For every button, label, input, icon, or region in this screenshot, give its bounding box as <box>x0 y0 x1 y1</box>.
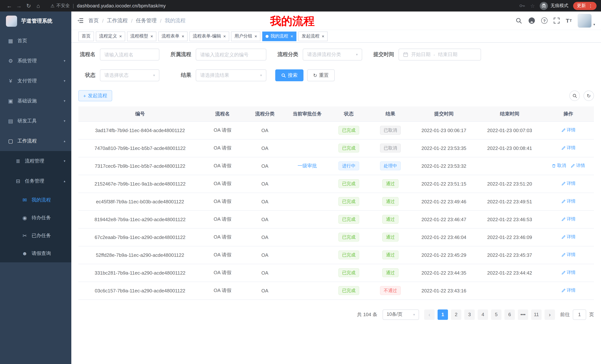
sidebar-item[interactable]: ✂ 已办任务 <box>0 227 71 245</box>
category-select[interactable]: 请选择流程分类 ▾ <box>303 49 362 60</box>
page-size-select[interactable]: 10条/页 ▾ <box>383 309 419 320</box>
search-button[interactable]: 搜索 <box>275 69 303 81</box>
detail-link[interactable]: 详情 <box>561 198 576 205</box>
show-search-toggle-button[interactable] <box>570 91 580 101</box>
browser-update-button[interactable]: 更新 ⋮ <box>573 2 597 10</box>
view-tab[interactable]: 流程表单 × <box>158 31 188 41</box>
user-menu[interactable]: ▾ <box>578 14 595 28</box>
prev-page-button[interactable]: ‹ <box>424 309 435 320</box>
sidebar-item[interactable]: ▢ 工作流程 ▴ <box>0 131 71 151</box>
detail-link[interactable]: 详情 <box>561 145 576 151</box>
close-tab-icon[interactable]: × <box>223 34 226 38</box>
detail-link[interactable]: 详情 <box>561 127 576 133</box>
date-range-picker[interactable]: 开始日期 - 结束日期 <box>399 49 481 60</box>
detail-link[interactable]: 详情 <box>561 216 576 222</box>
process-name-input[interactable] <box>100 49 159 60</box>
detail-link[interactable]: 详情 <box>561 234 576 240</box>
sidebar-item[interactable]: ▦ 首页 <box>0 31 71 51</box>
search-icon[interactable] <box>516 17 522 24</box>
help-icon[interactable]: ? <box>541 18 548 24</box>
status-select[interactable]: 请选择状态 ▾ <box>100 69 159 81</box>
sidebar-item[interactable]: ✉ 我的流程 <box>0 191 71 209</box>
refresh-table-button[interactable]: ↻ <box>583 91 594 101</box>
close-tab-icon[interactable]: × <box>290 34 293 38</box>
cell-operations: 取消 详情 <box>543 228 594 246</box>
view-tab[interactable]: 用户分组 × <box>231 31 260 41</box>
tab-label: 流程定义 <box>99 33 117 39</box>
security-warning[interactable]: ⚠ 不安全 <box>50 3 70 9</box>
process-id-input[interactable] <box>196 49 266 60</box>
jump-page-input[interactable] <box>573 309 586 320</box>
page-button[interactable]: 6 <box>504 309 515 320</box>
view-tab[interactable]: 流程定义 × <box>96 31 125 41</box>
view-tab[interactable]: 我的流程 × <box>262 31 296 41</box>
user-avatar-image[interactable] <box>578 14 592 28</box>
detail-link[interactable]: 详情 <box>571 163 585 169</box>
key-icon[interactable] <box>519 3 525 9</box>
page-button[interactable]: 4 <box>478 309 488 320</box>
process-id-label: 所属流程 <box>168 51 191 58</box>
close-tab-icon[interactable]: × <box>322 34 324 38</box>
font-size-icon[interactable]: TT <box>566 18 572 24</box>
app-shell: 芋道管理系统 ▦ 首页 ⚙ 系统管理 ▾ <box>0 11 601 364</box>
view-tab[interactable]: 流程模型 × <box>127 31 156 41</box>
sidebar-item[interactable]: ▣ 基础设施 ▾ <box>0 91 71 111</box>
view-tab[interactable]: 流程表单-编辑 × <box>190 31 229 41</box>
edit-icon <box>561 199 566 204</box>
sidebar-item[interactable]: ⊟ 任务管理 ▴ <box>0 171 71 191</box>
sidebar-item[interactable]: ☻ 请假查询 <box>0 245 71 262</box>
breadcrumb-link[interactable]: 首页 <box>88 17 99 24</box>
page-url[interactable]: dashboard.yudao.iocoder.cn/bpm/task/my <box>77 3 166 8</box>
page-button[interactable]: ••• <box>518 309 528 320</box>
close-tab-icon[interactable]: × <box>182 34 184 38</box>
close-tab-icon[interactable]: × <box>150 34 153 38</box>
browser-chrome: ← → ↻ ⌂ ⚠ 不安全 | dashboard.yudao.iocoder.… <box>0 0 601 11</box>
start-process-button[interactable]: + 发起流程 <box>78 90 112 101</box>
collapse-sidebar-icon[interactable] <box>77 18 84 23</box>
address-bar[interactable]: ⚠ 不安全 | dashboard.yudao.iocoder.cn/bpm/t… <box>50 3 166 9</box>
browser-menu-icon[interactable]: ⋮ <box>588 3 593 8</box>
menu-icon: ✂ <box>21 233 28 239</box>
browser-back-icon[interactable]: ← <box>4 3 14 9</box>
logo-avatar-image <box>6 16 17 27</box>
close-tab-icon[interactable]: × <box>254 34 257 38</box>
page-button[interactable]: 1 <box>438 309 448 320</box>
breadcrumb-link[interactable]: 我的流程 <box>165 17 186 24</box>
github-icon[interactable] <box>528 17 535 24</box>
status-badge: 已完成 <box>338 250 359 259</box>
page-button[interactable]: 5 <box>491 309 501 320</box>
reset-button[interactable]: ↻ 重置 <box>307 69 335 81</box>
browser-home-icon[interactable]: ⌂ <box>33 3 43 9</box>
incognito-indicator[interactable]: 无痕模式 <box>540 2 568 10</box>
sidebar-item[interactable]: ≣ 流程管理 ▾ <box>0 151 71 171</box>
page-button[interactable]: 11 <box>531 309 541 320</box>
view-tab[interactable]: 首页 × <box>78 31 94 41</box>
app-logo[interactable]: 芋道管理系统 <box>0 11 71 31</box>
browser-forward-icon[interactable]: → <box>14 3 24 9</box>
browser-reload-icon[interactable]: ↻ <box>24 2 33 9</box>
view-tab[interactable]: 发起流程 × <box>298 31 328 41</box>
sidebar-item[interactable]: ¥ 支付管理 ▾ <box>0 71 71 91</box>
detail-link[interactable]: 详情 <box>561 269 576 276</box>
app-title: 芋道管理系统 <box>21 18 52 25</box>
sidebar-item[interactable]: ◉ 待办任务 <box>0 209 71 227</box>
detail-link[interactable]: 详情 <box>561 287 576 294</box>
fullscreen-icon[interactable] <box>553 18 560 24</box>
jump-label: 前往 <box>560 311 570 318</box>
breadcrumb-link[interactable]: 工作流程 <box>107 17 128 24</box>
breadcrumb-link[interactable]: 任务管理 <box>136 17 157 24</box>
sidebar-item[interactable]: ▤ 研发工具 ▾ <box>0 111 71 131</box>
close-tab-icon[interactable]: × <box>119 34 122 38</box>
detail-link[interactable]: 详情 <box>561 181 576 187</box>
cancel-link[interactable]: 取消 <box>551 163 566 169</box>
bookmark-star-icon[interactable]: ☆ <box>530 3 535 9</box>
detail-link[interactable]: 详情 <box>561 252 576 258</box>
page-button[interactable]: 2 <box>451 309 461 320</box>
sidebar-item[interactable]: ⚙ 系统管理 ▾ <box>0 51 71 71</box>
next-page-button[interactable]: › <box>545 309 555 320</box>
edit-icon <box>561 270 566 275</box>
result-select[interactable]: 请选择流结果 ▾ <box>196 69 266 81</box>
current-task-link[interactable]: 一级审批 <box>298 163 317 169</box>
page-button[interactable]: 3 <box>464 309 475 320</box>
page-content: 流程名 所属流程 流程分类 请选择流程分类 ▾ <box>71 43 601 364</box>
